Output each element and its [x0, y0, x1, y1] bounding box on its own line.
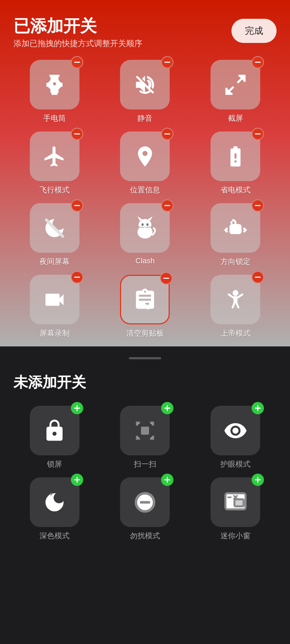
darkmode-icon-box[interactable] [30, 477, 79, 527]
list-item: 截屏 [194, 60, 277, 123]
airplane-icon-box[interactable] [30, 131, 79, 181]
list-item: 位置信息 [104, 131, 186, 195]
remove-badge[interactable] [71, 271, 83, 283]
miniwindow-icon [223, 490, 248, 514]
list-item: 深色模式 [13, 477, 96, 541]
list-item: 屏幕录制 [13, 275, 96, 338]
header: 已添加开关 添加已拖拽的快捷方式调整开关顺序 完成 [13, 16, 277, 49]
item-label: 上帝模式 [220, 328, 251, 338]
scan-icon-box[interactable] [120, 406, 170, 455]
location-icon-box[interactable] [120, 131, 170, 181]
page-subtitle: 添加已拖拽的快捷方式调整开关顺序 [13, 38, 142, 49]
unadded-grid: 锁屏 扫一扫 护 [13, 406, 277, 541]
item-label: 深色模式 [39, 531, 70, 541]
mute-icon-box[interactable] [120, 60, 170, 109]
flashlight-icon [42, 73, 67, 97]
screenshot-icon [223, 73, 248, 97]
svg-line-17 [237, 294, 242, 298]
svg-line-12 [146, 228, 151, 228]
remove-badge[interactable] [161, 128, 173, 140]
remove-badge[interactable] [252, 271, 264, 283]
list-item: Clash [104, 203, 186, 267]
remove-badge[interactable] [252, 128, 264, 140]
added-grid: 手电筒 静音 截屏 [13, 60, 277, 338]
flashlight-icon-box[interactable] [30, 60, 79, 109]
list-item: 上帝模式 [194, 275, 277, 338]
svg-line-10 [139, 228, 144, 228]
item-label: Clash [135, 257, 155, 265]
list-item: 扫一扫 [104, 406, 186, 469]
miniwindow-icon-box[interactable] [211, 477, 260, 527]
scan-icon [133, 419, 157, 443]
remove-badge[interactable] [252, 56, 264, 68]
nightscreen-icon [42, 216, 67, 240]
orientation-icon [223, 216, 248, 240]
darkmode-icon [42, 490, 67, 514]
list-item: 夜间屏幕 [13, 203, 96, 267]
item-label: 扫一扫 [134, 459, 156, 469]
add-badge[interactable] [252, 474, 264, 486]
eyecare-icon-box[interactable] [211, 406, 260, 455]
page-title: 已添加开关 [13, 16, 142, 36]
orientation-icon-box[interactable] [211, 203, 260, 253]
remove-badge[interactable] [161, 56, 173, 68]
svg-rect-20 [141, 427, 149, 435]
battery-icon-box[interactable] [211, 131, 260, 181]
list-item: 方向锁定 [194, 203, 277, 267]
nightscreen-icon-box[interactable] [30, 203, 79, 253]
lockscreen-icon [42, 419, 67, 443]
add-badge[interactable] [161, 402, 173, 414]
clash-icon-box[interactable] [120, 203, 170, 253]
screenshot-icon-box[interactable] [211, 60, 260, 109]
list-item: 护眼模式 [194, 406, 277, 469]
clipboard-icon-box[interactable] [120, 275, 170, 324]
list-item: 勿扰模式 [104, 477, 186, 541]
lockscreen-icon-box[interactable] [30, 406, 79, 455]
add-badge[interactable] [71, 474, 83, 486]
add-badge[interactable] [71, 402, 83, 414]
svg-line-18 [233, 303, 234, 308]
add-badge[interactable] [161, 474, 173, 486]
remove-badge[interactable] [71, 199, 83, 212]
done-button[interactable]: 完成 [231, 19, 277, 43]
godmode-icon-box[interactable] [211, 275, 260, 324]
list-item: 手电筒 [13, 60, 96, 123]
add-badge[interactable] [252, 402, 264, 414]
svg-rect-24 [234, 499, 244, 506]
item-label: 位置信息 [130, 185, 160, 195]
added-section: 已添加开关 添加已拖拽的快捷方式调整开关顺序 完成 手电筒 静音 [0, 0, 290, 346]
list-item: 迷你小窗 [194, 477, 277, 541]
item-label: 护眼模式 [220, 459, 251, 469]
svg-line-19 [236, 303, 238, 308]
list-item: 清空剪贴板 [104, 275, 186, 338]
svg-rect-13 [230, 225, 241, 233]
remove-badge[interactable] [161, 199, 173, 212]
item-label: 勿扰模式 [130, 531, 160, 541]
item-label: 清空剪贴板 [126, 328, 164, 338]
remove-badge[interactable] [252, 199, 264, 212]
item-label: 静音 [137, 113, 153, 123]
item-label: 夜间屏幕 [39, 257, 70, 267]
unadded-section: 未添加开关 锁屏 [0, 346, 290, 644]
item-label: 省电模式 [220, 185, 251, 195]
item-label: 锁屏 [47, 459, 62, 469]
list-item: 省电模式 [194, 131, 277, 195]
screenrecord-icon-box[interactable] [30, 275, 79, 324]
remove-badge[interactable] [160, 272, 172, 284]
item-label: 迷你小窗 [220, 531, 251, 541]
svg-point-6 [142, 223, 144, 226]
godmode-icon [223, 288, 248, 312]
remove-badge[interactable] [71, 128, 83, 140]
airplane-icon [42, 144, 67, 169]
screenrecord-icon [42, 288, 67, 312]
section-title: 未添加开关 [13, 373, 277, 392]
remove-badge[interactable] [71, 56, 83, 68]
eyecare-icon [223, 419, 248, 443]
item-label: 截屏 [228, 113, 243, 123]
svg-point-8 [144, 226, 146, 227]
dnd-icon [133, 490, 157, 514]
list-item: 静音 [104, 60, 186, 123]
dnd-icon-box[interactable] [120, 477, 170, 527]
item-label: 手电筒 [43, 113, 66, 123]
location-icon [133, 144, 157, 169]
